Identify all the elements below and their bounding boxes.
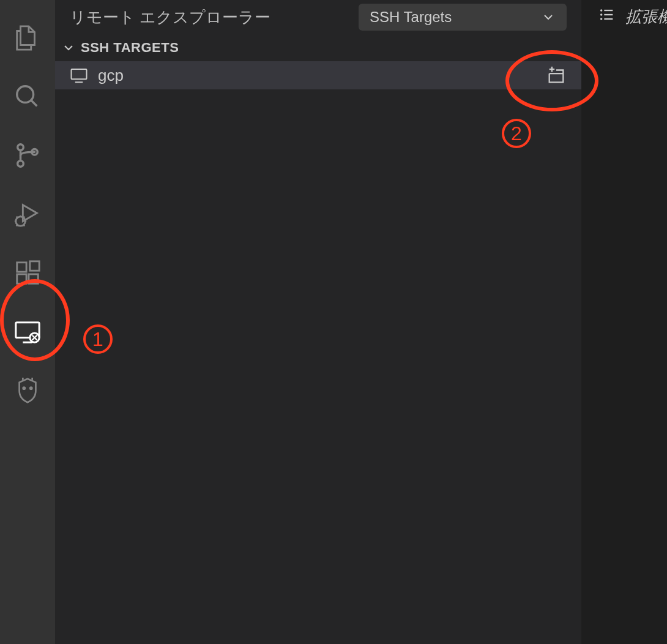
monitor-icon <box>70 66 88 84</box>
debug-icon <box>13 200 42 228</box>
source-control-tab[interactable] <box>0 126 55 185</box>
chevron-down-icon <box>61 40 76 55</box>
svg-point-3 <box>18 161 24 167</box>
snyk-icon <box>13 376 42 405</box>
svg-rect-14 <box>17 274 26 283</box>
section-header-ssh-targets[interactable]: SSH TARGETS <box>55 34 581 61</box>
svg-point-0 <box>17 86 34 103</box>
run-debug-tab[interactable] <box>0 185 55 244</box>
svg-line-12 <box>23 225 24 226</box>
svg-point-20 <box>23 388 25 389</box>
svg-rect-22 <box>72 69 87 79</box>
sidebar-header: リモート エクスプローラー SSH Targets <box>55 0 581 34</box>
extensions-icon <box>13 259 42 287</box>
section-title: SSH TARGETS <box>81 40 179 56</box>
editor-tabbar: 拡張機 <box>581 0 667 644</box>
svg-line-9 <box>17 217 18 218</box>
editor-tab-label[interactable]: 拡張機 <box>625 6 667 28</box>
source-control-icon <box>13 141 42 170</box>
svg-line-10 <box>23 217 24 218</box>
svg-rect-13 <box>17 263 26 272</box>
svg-point-2 <box>18 144 24 151</box>
ssh-target-label: gcp <box>98 66 536 85</box>
dropdown-selected-label: SSH Targets <box>370 9 452 26</box>
activity-bar <box>0 0 55 644</box>
svg-point-21 <box>30 388 32 389</box>
extensions-tab[interactable] <box>0 244 55 302</box>
remote-explorer-sidebar: リモート エクスプローラー SSH Targets SSH TARGETS gc… <box>55 0 581 644</box>
explorer-tab[interactable] <box>0 9 55 67</box>
snyk-tab[interactable] <box>0 361 55 420</box>
remote-explorer-tab[interactable] <box>0 302 55 361</box>
list-icon[interactable] <box>598 6 616 23</box>
targets-dropdown[interactable]: SSH Targets <box>359 4 567 31</box>
chevron-down-icon <box>541 10 556 24</box>
sidebar-title: リモート エクスプローラー <box>70 7 349 28</box>
svg-rect-15 <box>29 274 38 283</box>
ssh-target-row-gcp[interactable]: gcp <box>55 61 581 89</box>
svg-line-11 <box>17 225 18 226</box>
remote-explorer-icon <box>13 318 42 346</box>
svg-rect-16 <box>30 261 39 271</box>
new-window-icon[interactable] <box>546 65 567 86</box>
search-tab[interactable] <box>0 67 55 126</box>
search-icon <box>13 83 42 111</box>
files-icon <box>13 24 42 52</box>
svg-line-1 <box>31 100 37 107</box>
